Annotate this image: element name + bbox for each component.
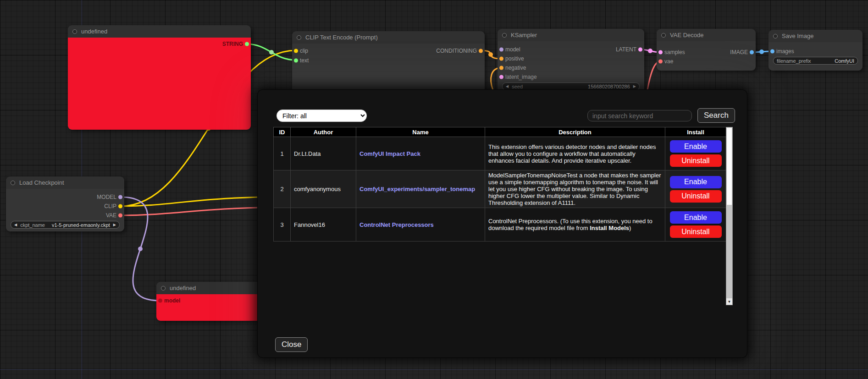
collapse-dot-icon[interactable]: [161, 286, 166, 291]
node-save-image[interactable]: Save Image images filename_prefix ComfyU…: [768, 30, 862, 71]
output-port-image[interactable]: [750, 50, 754, 55]
slot-row: text: [292, 55, 485, 65]
widget-label: ckpt_name: [20, 222, 45, 228]
decrement-arrow-icon[interactable]: ◀: [506, 85, 509, 88]
extension-name-link[interactable]: ComfyUI Impact Pack: [359, 150, 420, 157]
uninstall-button[interactable]: Uninstall: [670, 154, 722, 167]
next-arrow-icon[interactable]: ▶: [113, 223, 116, 227]
slot-row: VAE: [6, 211, 124, 220]
widget-value: v1-5-pruned-emaonly.ckpt: [52, 222, 110, 228]
input-port-positive[interactable]: [499, 57, 503, 61]
input-port-vae[interactable]: [658, 60, 663, 64]
extensions-table: ID Author Name Description Install 1 Dr.…: [273, 127, 726, 242]
header-id: ID: [274, 127, 291, 137]
input-label-model: model: [505, 46, 520, 53]
input-label-text: text: [300, 57, 309, 64]
enable-button[interactable]: Enable: [670, 211, 722, 224]
ckpt-name-widget[interactable]: ◀ ckpt_name v1-5-pruned-emaonly.ckpt ▶: [11, 221, 120, 229]
node-title: KSampler: [511, 32, 537, 38]
output-label-clip: CLIP: [104, 203, 116, 209]
widget-value: ComfyUI: [835, 58, 854, 64]
widget-value: 156680208700286: [588, 84, 630, 89]
input-port-negative[interactable]: [499, 66, 503, 70]
node-canvas[interactable]: undefined STRING CLIP Text Encode (Promp…: [0, 0, 868, 379]
header-author: Author: [291, 127, 356, 137]
slot-row: MODEL: [6, 192, 124, 202]
custom-nodes-manager-dialog: Filter: all Search ID Author Name Descri…: [257, 89, 747, 358]
node-header[interactable]: Load Checkpoint: [6, 176, 124, 189]
input-port-images[interactable]: [770, 49, 774, 54]
output-port-latent[interactable]: [638, 48, 642, 52]
close-button[interactable]: Close: [275, 337, 308, 352]
slot-row: negative: [498, 63, 644, 72]
output-port-conditioning[interactable]: [479, 49, 483, 53]
search-button[interactable]: Search: [697, 108, 735, 123]
node-vae-decode[interactable]: VAE Decode samples IMAGE vae: [657, 29, 756, 71]
extension-name-link[interactable]: ControlNet Preprocessors: [359, 221, 434, 228]
increment-arrow-icon[interactable]: ▶: [633, 85, 636, 88]
collapse-dot-icon[interactable]: [297, 35, 301, 40]
output-label-model: MODEL: [97, 194, 116, 200]
extension-name-link[interactable]: ComfyUI_experiments/sampler_tonemap: [359, 186, 475, 192]
node-load-checkpoint[interactable]: Load Checkpoint MODEL CLIP VAE ◀ ckpt_na…: [6, 176, 124, 231]
slot-row: samples IMAGE: [657, 48, 756, 57]
input-port-text[interactable]: [294, 58, 298, 62]
uninstall-button[interactable]: Uninstall: [670, 225, 722, 238]
scrollbar-thumb[interactable]: [727, 128, 732, 205]
output-port-vae[interactable]: [118, 214, 122, 218]
output-port-clip[interactable]: [118, 204, 122, 209]
collapse-dot-icon[interactable]: [502, 33, 507, 38]
link-dot-latent: [648, 49, 652, 53]
node-undefined-top[interactable]: undefined STRING: [68, 25, 251, 130]
input-port-samples[interactable]: [658, 50, 663, 55]
input-label-vae: vae: [664, 58, 673, 65]
header-description: Description: [485, 127, 665, 137]
node-header[interactable]: VAE Decode: [657, 29, 756, 41]
table-header-row: ID Author Name Description Install: [274, 127, 726, 137]
widget-label: seed: [512, 84, 523, 89]
input-label-samples: samples: [664, 49, 685, 55]
previous-arrow-icon[interactable]: ◀: [14, 223, 17, 227]
slot-row: STRING: [68, 39, 251, 49]
node-header[interactable]: KSampler: [498, 29, 644, 41]
slot-row: vae: [657, 57, 756, 66]
output-port-model[interactable]: [118, 195, 122, 199]
slot-row: model LATENT: [498, 45, 644, 54]
uninstall-button[interactable]: Uninstall: [670, 190, 722, 203]
cell-description: ModelSamplerTonemapNoiseTest a node that…: [485, 170, 665, 208]
node-title: Save Image: [782, 33, 813, 39]
output-port-string[interactable]: [245, 42, 249, 46]
table-row: 2 comfyanonymous ComfyUI_experiments/sam…: [274, 170, 726, 208]
node-header[interactable]: Save Image: [768, 30, 862, 42]
collapse-dot-icon[interactable]: [773, 34, 778, 38]
search-input[interactable]: [587, 110, 692, 121]
link-dot-string: [269, 50, 274, 55]
scrollbar-down-arrow-icon[interactable]: ▼: [726, 298, 732, 305]
slot-row: clip CONDITIONING: [292, 46, 485, 55]
node-header[interactable]: undefined: [68, 25, 251, 38]
enable-button[interactable]: Enable: [670, 140, 722, 153]
slot-row: latent_image: [498, 72, 644, 82]
input-port-model[interactable]: [499, 48, 503, 52]
input-port-model[interactable]: [158, 299, 162, 303]
cell-id: 3: [274, 208, 291, 242]
input-label-images: images: [776, 48, 794, 55]
output-label-conditioning: CONDITIONING: [436, 48, 477, 54]
node-ksampler[interactable]: KSampler model LATENT positive negative …: [498, 29, 644, 97]
node-title: undefined: [170, 285, 196, 291]
collapse-dot-icon[interactable]: [72, 29, 77, 34]
filter-select[interactable]: Filter: all: [276, 110, 367, 122]
input-port-clip[interactable]: [294, 49, 298, 53]
input-label-negative: negative: [505, 65, 526, 71]
node-title: Load Checkpoint: [19, 179, 64, 186]
collapse-dot-icon[interactable]: [661, 33, 666, 38]
collapse-dot-icon[interactable]: [11, 181, 15, 185]
input-label-model: model: [164, 297, 180, 304]
table-row: 3 Fannovel16 ControlNet Preprocessors Co…: [274, 208, 726, 242]
enable-button[interactable]: Enable: [670, 176, 722, 188]
filename-prefix-widget[interactable]: filename_prefix ComfyUI: [773, 57, 858, 65]
node-header[interactable]: CLIP Text Encode (Prompt): [292, 31, 485, 44]
input-label-latent-image: latent_image: [505, 74, 537, 80]
input-port-latent-image[interactable]: [499, 75, 503, 79]
table-scrollbar[interactable]: ▼: [726, 127, 733, 305]
